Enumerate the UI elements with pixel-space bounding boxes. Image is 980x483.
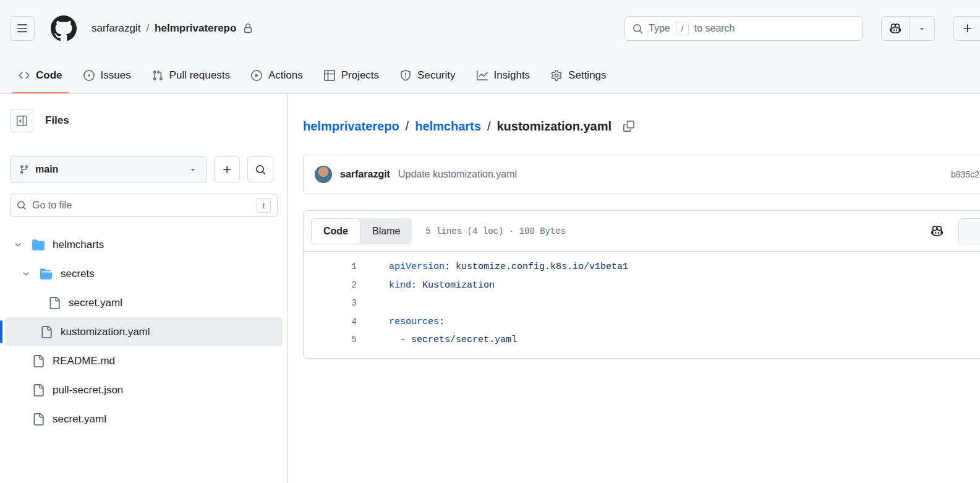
line-content	[357, 294, 389, 313]
file-breadcrumb: helmprivaterepo / helmcharts / kustomiza…	[303, 116, 980, 136]
copilot-icon	[931, 225, 943, 237]
commit-sha-link[interactable]: b835c2	[951, 169, 979, 179]
copilot-dropdown-button[interactable]	[910, 17, 934, 40]
blame-view-tab[interactable]: Blame	[360, 218, 412, 244]
tree-item-readme.md[interactable]: README.md	[5, 346, 283, 375]
chevron-down-icon[interactable]	[10, 241, 26, 249]
toolbar-right-actions	[926, 218, 980, 244]
code-view-tab[interactable]: Code	[311, 218, 360, 244]
line-number[interactable]: 5	[304, 331, 357, 349]
line-number[interactable]: 4	[304, 313, 357, 331]
commit-author-avatar[interactable]	[315, 166, 332, 183]
context-breadcrumb: sarfarazgit / helmprivaterepo	[92, 22, 253, 35]
tree-item-label: secret.yaml	[53, 413, 106, 425]
repo-tab-actions[interactable]: Actions	[242, 57, 312, 93]
repo-tab-issues[interactable]: Issues	[75, 57, 140, 93]
search-placeholder-post: to search	[694, 23, 735, 34]
tab-label: Issues	[101, 69, 131, 82]
search-icon	[255, 165, 266, 175]
branch-name: main	[35, 164, 58, 175]
tab-icon	[83, 70, 95, 81]
content-area: Files main t	[0, 94, 980, 483]
breadcrumb-repo-root-link[interactable]: helmprivaterepo	[303, 119, 399, 134]
search-icon	[17, 200, 27, 210]
tab-label: Pull requests	[169, 69, 230, 82]
branch-selector[interactable]: main	[10, 156, 207, 183]
code-blame-segmented-control: Code Blame	[311, 218, 412, 244]
line-content: resources:	[357, 313, 445, 331]
code-line: 1 apiVersion: kustomize.config.k8s.io/v1…	[304, 258, 980, 276]
file-tree: helmcharts secrets secret.yaml kustomiza…	[0, 230, 288, 434]
github-logo-icon[interactable]	[51, 15, 77, 41]
line-number[interactable]: 1	[304, 258, 357, 276]
line-number[interactable]: 2	[304, 276, 357, 295]
copilot-button[interactable]	[882, 17, 909, 40]
go-to-file-input[interactable]	[32, 200, 251, 211]
hamburger-menu-button[interactable]	[10, 16, 35, 41]
tab-label: Actions	[268, 69, 303, 82]
tree-item-label: pull-secret.json	[53, 384, 123, 396]
chevron-down-icon	[918, 24, 926, 33]
tree-item-secret.yaml[interactable]: secret.yaml	[5, 404, 283, 434]
copilot-icon	[890, 23, 901, 34]
tree-item-icon	[32, 413, 45, 425]
repo-tab-projects[interactable]: Projects	[315, 57, 388, 93]
code-line: 5 - secrets/secret.yaml	[304, 331, 980, 349]
line-number[interactable]: 3	[304, 294, 357, 313]
breadcrumb-separator: /	[146, 22, 149, 35]
add-file-button[interactable]	[214, 156, 240, 182]
repo-tab-code[interactable]: Code	[10, 57, 71, 93]
tree-item-pull-secret.json[interactable]: pull-secret.json	[5, 375, 283, 404]
breadcrumb-dir-link[interactable]: helmcharts	[415, 119, 481, 134]
repo-tab-settings[interactable]: Settings	[542, 57, 615, 93]
copilot-code-button[interactable]	[926, 220, 948, 242]
breadcrumb-owner-link[interactable]: sarfarazgit	[92, 22, 140, 35]
tree-item-icon	[32, 355, 45, 367]
copy-path-button[interactable]	[619, 116, 639, 136]
tree-item-secrets[interactable]: secrets	[5, 259, 283, 288]
create-new-button[interactable]	[954, 17, 980, 40]
global-search-input[interactable]: Type / to search	[624, 16, 863, 41]
code-body: 1 apiVersion: kustomize.config.k8s.io/v1…	[304, 252, 980, 358]
tree-item-secret.yaml[interactable]: secret.yaml	[5, 288, 283, 317]
file-content-toolbar: Code Blame 5 lines (4 loc) · 100 Bytes	[304, 211, 980, 252]
search-this-repository-button[interactable]	[247, 156, 273, 182]
repo-tab-insights[interactable]: Insights	[468, 57, 539, 93]
tree-item-kustomization.yaml[interactable]: kustomization.yaml	[5, 317, 283, 346]
commit-message-link[interactable]: Update kustomization.yaml	[398, 169, 517, 180]
tree-item-helmcharts[interactable]: helmcharts	[5, 230, 283, 259]
tab-icon	[251, 70, 262, 81]
tree-item-label: kustomization.yaml	[61, 326, 150, 338]
tree-item-label: secrets	[61, 268, 95, 280]
code-line: 4 resources:	[304, 313, 980, 331]
plus-icon	[962, 23, 973, 34]
commit-author-link[interactable]: sarfarazgit	[340, 169, 390, 180]
copy-icon	[623, 121, 634, 132]
slash-key-badge: /	[676, 22, 689, 35]
file-meta-info: 5 lines (4 loc) · 100 Bytes	[425, 226, 566, 236]
line-content: kind: Kustomization	[357, 276, 495, 295]
github-repo-page: sarfarazgit / helmprivaterepo Type / to …	[0, 0, 980, 483]
files-title: Files	[45, 114, 69, 127]
global-header: sarfarazgit / helmprivaterepo Type / to …	[0, 0, 980, 57]
go-to-file-field: t	[10, 194, 278, 217]
repo-tab-pull-requests[interactable]: Pull requests	[143, 57, 239, 93]
raw-actions-button[interactable]	[958, 218, 980, 244]
tree-item-label: helmcharts	[53, 239, 104, 251]
chevron-down-icon[interactable]	[18, 270, 34, 278]
breadcrumb-separator: /	[406, 119, 409, 134]
breadcrumb-repo-link[interactable]: helmprivaterepo	[155, 22, 236, 35]
code-line: 2 kind: Kustomization	[304, 276, 980, 295]
search-icon	[633, 24, 643, 34]
repo-nav-tabs: Code Issues Pull requests Actions Projec…	[0, 57, 980, 94]
copilot-split-button	[881, 16, 935, 41]
private-lock-icon	[243, 24, 253, 33]
tab-icon	[152, 70, 163, 81]
tree-item-icon	[48, 297, 61, 309]
repo-tab-security[interactable]: Security	[391, 57, 464, 93]
collapse-file-tree-button[interactable]	[10, 109, 33, 132]
tab-icon	[19, 70, 30, 81]
tab-label: Projects	[341, 69, 379, 82]
tab-label: Insights	[494, 69, 530, 82]
files-header: Files	[0, 109, 288, 132]
